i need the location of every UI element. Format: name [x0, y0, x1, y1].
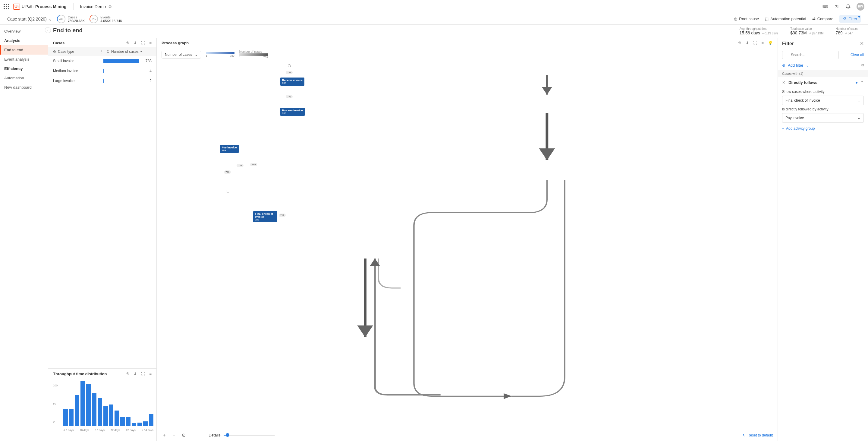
- automation-potential-button[interactable]: ⬚Automation potential: [765, 17, 806, 21]
- expand-icon[interactable]: ⛶: [141, 372, 145, 376]
- zoom-fit[interactable]: ⊙: [181, 432, 186, 438]
- cases-chip[interactable]: 4% Cases 789/20.66K: [57, 15, 85, 23]
- chevron-down-icon: ⌄: [858, 116, 861, 120]
- compare-button[interactable]: ⇄Compare: [812, 17, 833, 21]
- node-pay[interactable]: Pay invoice789: [220, 145, 239, 153]
- graph-canvas[interactable]: 789 Receive invoice789 779 Process invoi…: [157, 62, 778, 429]
- zoom-in[interactable]: +: [161, 433, 167, 438]
- nav-overview[interactable]: Overview: [0, 27, 48, 36]
- remove-filter-icon[interactable]: ✕: [782, 80, 785, 85]
- edge-label: 776: [224, 170, 231, 174]
- filter-item-directly-follows: ✕ Directly follows ⌃ Show cases where ac…: [778, 77, 868, 134]
- nav-event-analysis[interactable]: Event analysis: [0, 55, 48, 64]
- chart-bar[interactable]: [149, 414, 153, 426]
- expand-icon[interactable]: ⛶: [753, 41, 757, 45]
- activity-select-1[interactable]: Final check of invoice⌄: [782, 96, 864, 105]
- help-icon[interactable]: ?⃝: [834, 4, 840, 10]
- dist-bars[interactable]: [63, 381, 153, 426]
- edge-label: 127: [237, 164, 244, 167]
- table-row[interactable]: Medium invoice4: [48, 66, 156, 76]
- nav-efficiency[interactable]: Efficiency: [0, 64, 48, 73]
- apps-icon[interactable]: [4, 4, 9, 9]
- chart-bar[interactable]: [75, 395, 79, 426]
- download-icon[interactable]: ⬇: [133, 41, 137, 45]
- expand-icon[interactable]: ⛶: [141, 41, 145, 45]
- scope-selector[interactable]: Case start (Q2 2020) ⌄: [7, 17, 52, 22]
- filter-icon[interactable]: ⚗: [738, 41, 741, 45]
- menu-icon[interactable]: ≡: [149, 372, 152, 376]
- chart-bar[interactable]: [63, 409, 68, 426]
- close-icon[interactable]: ✕: [860, 41, 864, 47]
- nav-automation[interactable]: Automation: [0, 73, 48, 83]
- project-selector[interactable]: Invoice Demo ⚙: [80, 4, 113, 9]
- plus-circle-icon[interactable]: ⊕: [782, 63, 785, 67]
- chart-bar[interactable]: [69, 409, 73, 426]
- avatar[interactable]: RW: [857, 3, 864, 10]
- graph-title: Process graph: [161, 41, 189, 45]
- filter-icon[interactable]: ⚗: [126, 372, 129, 376]
- chevron-down-icon: ⌄: [49, 17, 52, 22]
- chevron-down-icon[interactable]: ⌄: [806, 63, 809, 67]
- zoom-out[interactable]: −: [171, 433, 177, 438]
- events-chip[interactable]: 3% Events 4.05K/116.74K: [90, 15, 122, 23]
- filter-button[interactable]: ⚗ Filter: [839, 15, 861, 23]
- chart-bar[interactable]: [98, 398, 102, 426]
- bell-icon[interactable]: [845, 4, 851, 10]
- add-filter-link[interactable]: Add filter: [788, 63, 803, 67]
- automation-label: Automation potential: [770, 17, 806, 21]
- chart-bar[interactable]: [126, 417, 130, 426]
- chart-bar[interactable]: [109, 405, 114, 426]
- col-num-cases[interactable]: ⊙Number of cases▾: [106, 50, 152, 54]
- copy-icon[interactable]: ⧉: [861, 63, 864, 67]
- end-node: [227, 190, 229, 193]
- chevron-up-icon[interactable]: ⌃: [861, 80, 864, 85]
- filter-icon[interactable]: ⚗: [126, 41, 129, 45]
- root-cause-button[interactable]: ◎Root cause: [734, 17, 759, 21]
- menu-icon[interactable]: ≡: [761, 41, 764, 45]
- nav-new-dashboard[interactable]: New dashboard: [0, 83, 48, 92]
- details-slider[interactable]: Details: [209, 433, 275, 437]
- add-activity-group[interactable]: +Add activity group: [782, 126, 864, 130]
- chart-bar[interactable]: [143, 421, 148, 426]
- plus-icon: +: [782, 126, 784, 130]
- node-final[interactable]: Final check of invoice789: [253, 211, 277, 222]
- sidebar-collapse[interactable]: ‹: [45, 27, 51, 33]
- chart-bar[interactable]: [81, 381, 85, 426]
- download-icon[interactable]: ⬇: [746, 41, 749, 45]
- clear-all-link[interactable]: Clear all: [850, 53, 864, 57]
- download-icon[interactable]: ⬇: [133, 372, 137, 376]
- activity-select-2[interactable]: Pay invoice⌄: [782, 113, 864, 123]
- kpi-value: 789: [835, 30, 842, 35]
- root-cause-label: Root cause: [739, 17, 759, 21]
- filter-search-input[interactable]: [782, 51, 839, 59]
- table-row[interactable]: Small invoice783: [48, 56, 156, 66]
- menu-icon[interactable]: ≡: [149, 41, 152, 45]
- nav-end-to-end[interactable]: End to end: [0, 45, 48, 55]
- start-node: [288, 64, 291, 67]
- col-case-type[interactable]: ⊙Case type⋮: [53, 50, 103, 54]
- keyboard-icon[interactable]: ⌨: [822, 4, 828, 10]
- reset-default[interactable]: ↻Reset to default: [743, 433, 773, 437]
- node-process[interactable]: Process invoice789: [280, 108, 305, 116]
- ytick: 0: [53, 420, 55, 423]
- kpi-case-value: Total case value $30.73M↗ $27.13M: [790, 27, 824, 35]
- filter-item-name: Directly follows: [788, 80, 817, 85]
- ytick: 50: [53, 402, 56, 405]
- top-bar: Ui UiPath Process Mining Invoice Demo ⚙ …: [0, 0, 868, 13]
- nav-analysis[interactable]: Analysis: [0, 36, 48, 45]
- metric-select[interactable]: Number of cases⌄: [161, 51, 201, 59]
- chart-bar[interactable]: [115, 411, 119, 426]
- filter-active-dot: [858, 16, 860, 18]
- chart-bar[interactable]: [86, 384, 91, 426]
- bulb-icon[interactable]: 💡: [768, 41, 773, 45]
- content: End to end Avg. throughput time 15.56 da…: [48, 25, 868, 441]
- chart-bar[interactable]: [120, 417, 125, 426]
- table-row[interactable]: Large invoice2: [48, 76, 156, 86]
- compare-icon: ⇄: [812, 17, 815, 21]
- chart-bar[interactable]: [92, 393, 96, 426]
- chart-bar[interactable]: [132, 423, 136, 426]
- chart-bar[interactable]: [137, 422, 142, 426]
- gear-icon[interactable]: ⚙: [108, 4, 112, 9]
- chart-bar[interactable]: [103, 406, 108, 426]
- node-receive[interactable]: Receive invoice789: [280, 78, 304, 86]
